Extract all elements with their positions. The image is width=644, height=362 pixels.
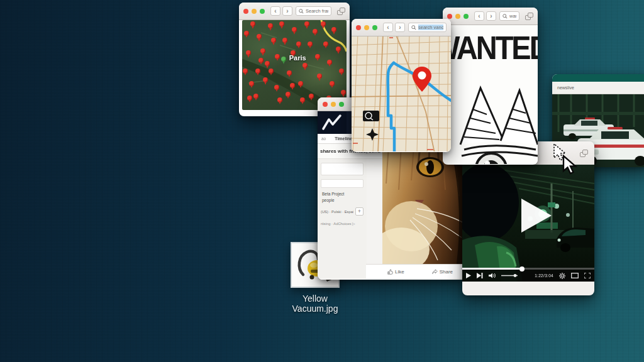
zoom-button[interactable]: [372, 25, 377, 30]
map-pin[interactable]: [282, 38, 287, 43]
tabs-overview-icon[interactable]: [337, 8, 345, 15]
map-pin[interactable]: [321, 21, 326, 26]
play-pause-button[interactable]: [466, 273, 471, 278]
map-pin[interactable]: [286, 92, 291, 97]
map-pin[interactable]: [263, 77, 268, 82]
map-pin[interactable]: [298, 81, 303, 86]
map-pin[interactable]: [277, 97, 282, 102]
map-pin[interactable]: [279, 21, 284, 26]
map-pin[interactable]: [290, 83, 295, 88]
wanted-poster-image[interactable]: WANTED: [443, 25, 538, 164]
map-pin[interactable]: [287, 70, 292, 75]
minimize-button[interactable]: [455, 14, 460, 19]
minimize-button[interactable]: [331, 102, 336, 107]
video-frame[interactable]: 1:22/3:04: [462, 165, 594, 282]
play-button[interactable]: [520, 197, 553, 234]
sidebar-card[interactable]: [321, 163, 364, 175]
volume-button[interactable]: [489, 273, 496, 278]
map-pin[interactable]: [275, 54, 280, 59]
volume-slider[interactable]: [501, 273, 520, 278]
forward-button[interactable]: ›: [282, 6, 292, 16]
map-pin[interactable]: [257, 34, 262, 39]
zoom-button[interactable]: [464, 14, 469, 19]
tabs-overview-icon[interactable]: [525, 13, 533, 20]
map-pin[interactable]: [327, 60, 332, 65]
like-button[interactable]: Like: [387, 269, 404, 275]
language-links[interactable]: (US) · Polski · Español: [321, 210, 353, 214]
map-pin[interactable]: [309, 94, 314, 99]
next-button[interactable]: [477, 273, 483, 278]
map-pin[interactable]: [260, 48, 265, 53]
map-pin[interactable]: [247, 96, 252, 101]
map-pin[interactable]: [304, 21, 309, 26]
close-button[interactable]: [323, 102, 328, 107]
street-map-vancouver[interactable]: [352, 36, 451, 151]
back-button[interactable]: ‹: [383, 23, 393, 32]
profile-avatar[interactable]: [318, 111, 347, 134]
minimize-button[interactable]: [252, 9, 257, 14]
close-button[interactable]: [447, 14, 452, 19]
map-pin[interactable]: [253, 94, 258, 99]
video-progress-fill: [462, 268, 522, 270]
browser-toolbar: ‹ › wantedposter.jpg: [443, 8, 538, 25]
footer-links[interactable]: rtising · AdChoices ▷: [321, 222, 364, 226]
post-action-bar: Like Share: [366, 264, 467, 278]
map-pin[interactable]: [339, 69, 344, 74]
back-button[interactable]: ‹: [474, 11, 484, 21]
map-pin[interactable]: [315, 54, 320, 59]
video-progress-bar[interactable]: [462, 268, 594, 270]
sidebar-link-beta-project[interactable]: Beta Project: [322, 192, 364, 196]
map-pin[interactable]: [269, 69, 274, 74]
close-button[interactable]: [356, 25, 361, 30]
close-button[interactable]: [243, 9, 248, 14]
map-pin[interactable]: [258, 58, 264, 63]
fullscreen-button[interactable]: [584, 273, 591, 278]
map-pin[interactable]: [303, 63, 308, 68]
map-pin[interactable]: [336, 47, 341, 52]
map-pin[interactable]: [308, 41, 313, 47]
tabs-overview-icon[interactable]: [580, 150, 588, 157]
map-pin[interactable]: [300, 97, 305, 102]
tab-timeline[interactable]: Timeline: [335, 136, 352, 141]
map-pin[interactable]: [331, 27, 336, 32]
minimize-button[interactable]: [364, 25, 369, 30]
map-pin[interactable]: [255, 69, 260, 74]
forward-button[interactable]: ›: [486, 11, 496, 21]
map-pin[interactable]: [341, 90, 346, 95]
url-input[interactable]: wantedposter.jpg: [499, 11, 519, 21]
theater-mode-button[interactable]: [571, 273, 579, 278]
back-button[interactable]: ‹: [270, 6, 280, 16]
search-input[interactable]: search vancouver: [408, 23, 447, 32]
street-view-icon: [363, 111, 379, 121]
sidebar-card[interactable]: [321, 179, 364, 188]
map-pin[interactable]: [243, 69, 248, 74]
map-pin[interactable]: [330, 81, 335, 86]
settings-gear-icon[interactable]: [559, 273, 565, 279]
map-pin[interactable]: [244, 31, 249, 36]
sidebar-link-people[interactable]: people: [322, 198, 364, 202]
map-pin[interactable]: [313, 29, 318, 34]
forward-button[interactable]: ›: [395, 23, 405, 32]
video-controls-bar: 1:22/3:04: [462, 268, 594, 282]
zoom-button[interactable]: [339, 102, 344, 107]
map-pin[interactable]: [292, 27, 297, 32]
map-pin[interactable]: [296, 41, 301, 47]
window-controls: [243, 9, 265, 14]
share-button[interactable]: Share: [432, 269, 453, 275]
map-pin[interactable]: [265, 61, 270, 66]
zigzag-avatar-icon: [321, 114, 343, 131]
map-pin[interactable]: [249, 81, 254, 86]
map-pin[interactable]: [246, 50, 251, 55]
browser-window-wanted-poster: ‹ › wantedposter.jpg WANTED: [443, 8, 538, 165]
map-pin[interactable]: [271, 38, 276, 43]
map-pin[interactable]: [274, 85, 279, 90]
map-pin[interactable]: [250, 21, 255, 26]
search-input[interactable]: Search france/paris: [296, 6, 331, 16]
map-pin[interactable]: [317, 74, 322, 79]
add-language-button[interactable]: +: [355, 207, 364, 216]
tab-about[interactable]: ao: [321, 136, 326, 141]
satellite-map-paris[interactable]: Paris: [242, 20, 347, 110]
map-pin[interactable]: [323, 41, 328, 47]
map-pin[interactable]: [268, 23, 273, 28]
zoom-button[interactable]: [260, 9, 265, 14]
